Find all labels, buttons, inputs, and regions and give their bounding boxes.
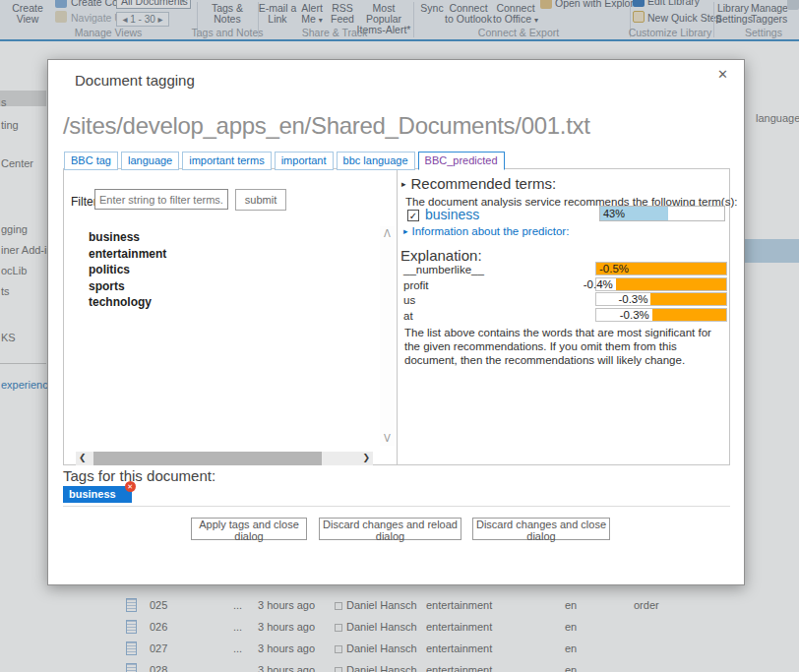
collapse-arrow-icon: ▸ [403,226,408,236]
explanation-bar: -0.3% [595,308,727,322]
screen: Create View Create Column All Documents▼… [0,0,799,672]
explanation-bar: -0.4% [595,277,727,291]
confidence-label: 43% [603,208,625,219]
explanation-bar: -0.5% [595,262,727,275]
dialog-divider [63,506,730,507]
tab-bbc-language[interactable]: bbc language [337,152,415,170]
explanation-note: The list above contains the words that a… [404,326,729,367]
horizontal-scrollbar[interactable]: ❮ ❯ [76,452,373,465]
discard-changes-and-reload-dialog-button[interactable]: Discard changes and reload dialog [319,518,461,540]
close-icon[interactable]: ✕ [717,67,728,82]
confidence-bar: 43% [599,206,725,221]
vertical-scrollbar[interactable]: ᐱ ᐯ [380,226,395,446]
term-list-item[interactable]: entertainment [89,247,166,261]
term-checkbox[interactable]: ✓ [407,210,419,221]
collapse-arrow-icon[interactable]: ▸ [401,179,406,189]
term-list-item[interactable]: business [89,230,140,244]
explanation-word: __numberlike__ [403,264,484,275]
dialog-content-box: Filter: submit businessentertainmentpoli… [63,168,730,465]
term-list-item[interactable]: sports [89,279,125,293]
explanation-bar-fill [652,309,726,321]
explanation-bar-value: -0.5% [599,263,629,275]
recommended-term-label[interactable]: business [425,207,479,222]
discard-changes-and-close-dialog-button[interactable]: Discard changes and close dialog [472,518,610,540]
scroll-down-icon[interactable]: ᐯ [380,433,395,444]
panel-divider [397,169,398,464]
document-tagging-dialog: ✕ Document tagging /sites/develop_apps_e… [47,59,745,585]
dialog-title: Document tagging [75,72,195,89]
predictor-info-link[interactable]: ▸Information about the predictor: [403,225,569,237]
recommended-terms-text: Recommended terms: [411,175,557,192]
recommended-terms-heading: ▸Recommended terms: [401,175,556,192]
tab-important[interactable]: important [275,152,334,170]
explanation-heading: Explanation: [400,247,482,264]
scrollbar-thumb[interactable] [93,452,322,465]
tab-bbc-predicted[interactable]: BBC_predicted [418,152,505,170]
predictor-link-text: Information about the predictor: [412,225,570,237]
tab-important-terms[interactable]: important terms [182,152,271,170]
tag-set-tabs: BBC taglanguageimportant termsimportantb… [64,152,505,170]
filter-submit-button[interactable]: submit [235,189,286,211]
scroll-left-icon[interactable]: ❮ [79,453,87,462]
term-list-item[interactable]: technology [89,295,152,309]
tab-language[interactable]: language [121,152,179,170]
explanation-bar-value: -0.3% [620,309,649,321]
document-tag[interactable]: business✕ [63,486,132,503]
scroll-right-icon[interactable]: ❯ [362,453,370,462]
explanation-bar-fill [616,278,726,290]
apply-tags-and-close-dialog-button[interactable]: Apply tags and close dialog [191,518,307,540]
explanation-word: us [403,294,415,306]
remove-tag-icon[interactable]: ✕ [125,481,136,492]
explanation-bar-value: -0.4% [584,278,613,290]
explanation-word: at [403,310,413,322]
explanation-bar: -0.3% [595,292,727,306]
explanation-bar-value: -0.3% [618,293,647,305]
tags-heading: Tags for this document: [63,467,215,484]
term-list-item[interactable]: politics [89,263,130,276]
scroll-up-icon[interactable]: ᐱ [380,228,395,239]
explanation-word: profit [403,279,429,291]
explanation-bar-fill [650,293,726,305]
document-path: /sites/develop_apps_en/Shared_Documents/… [63,112,737,140]
tab-bbc-tag[interactable]: BBC tag [64,152,118,170]
filter-input[interactable] [94,189,228,210]
